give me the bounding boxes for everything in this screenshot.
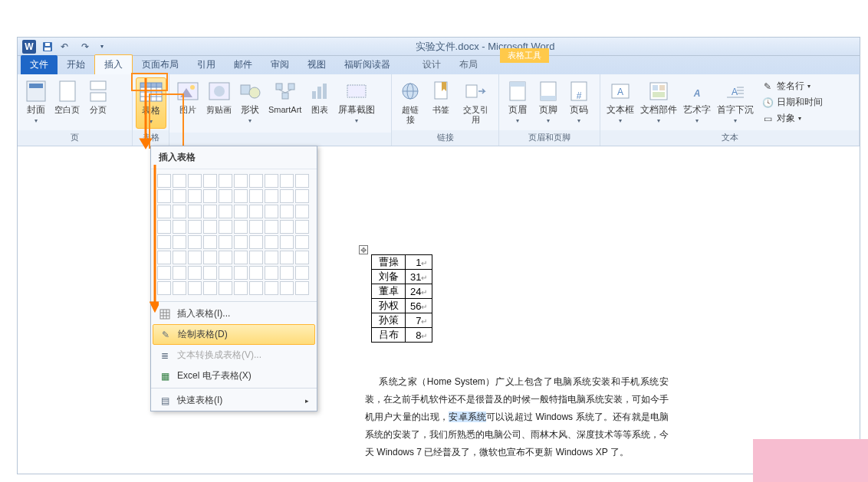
grid-cell[interactable]	[265, 235, 278, 249]
grid-cell[interactable]	[173, 174, 186, 188]
bookmark-button[interactable]: 书签	[426, 77, 455, 116]
grid-cell[interactable]	[234, 205, 248, 218]
shapes-button[interactable]: 形状▾	[235, 77, 265, 127]
tab-home[interactable]: 开始	[58, 55, 94, 74]
object-button[interactable]: ▭对象 ▾	[760, 111, 824, 126]
menu-quick-tables[interactable]: ▤快速表格(I)▸	[151, 390, 317, 411]
grid-cell[interactable]	[234, 220, 248, 234]
grid-cell[interactable]	[249, 235, 263, 249]
pagenum-button[interactable]: #页码▾	[564, 77, 594, 127]
grid-cell[interactable]	[234, 189, 248, 203]
grid-cell[interactable]	[249, 281, 263, 295]
grid-cell[interactable]	[234, 174, 248, 188]
grid-cell[interactable]	[280, 281, 294, 295]
textbox-button[interactable]: A文本框▾	[603, 77, 637, 127]
qat-customize-icon[interactable]: ▾	[95, 40, 109, 54]
table-cell-name[interactable]: 董卓	[372, 284, 406, 299]
grid-cell[interactable]	[295, 189, 309, 203]
tab-references[interactable]: 引用	[188, 55, 225, 74]
document-table[interactable]: 曹操1↵刘备31↵董卓24↵孙权56↵孙策7↵吕布8↵	[371, 254, 432, 343]
header-button[interactable]: 页眉▾	[502, 77, 533, 127]
grid-cell[interactable]	[173, 251, 186, 264]
tab-foxit[interactable]: 福昕阅读器	[335, 55, 399, 74]
grid-cell[interactable]	[219, 189, 232, 203]
quickparts-button[interactable]: 文档部件▾	[637, 77, 680, 127]
hyperlink-button[interactable]: 超链接	[395, 77, 426, 126]
grid-cell[interactable]	[188, 235, 202, 249]
grid-cell[interactable]	[219, 281, 232, 295]
grid-cell[interactable]	[188, 220, 202, 234]
grid-cell[interactable]	[203, 251, 217, 264]
table-cell-name[interactable]: 曹操	[372, 255, 406, 270]
chart-button[interactable]: 图表	[304, 77, 335, 116]
grid-cell[interactable]	[157, 220, 171, 234]
menu-insert-table[interactable]: 插入表格(I)...	[151, 303, 317, 324]
grid-cell[interactable]	[203, 189, 217, 203]
grid-cell[interactable]	[265, 251, 278, 264]
dropcap-button[interactable]: A首字下沉▾	[714, 77, 757, 127]
grid-cell[interactable]	[280, 251, 294, 264]
grid-cell[interactable]	[173, 281, 186, 295]
grid-cell[interactable]	[219, 266, 232, 280]
grid-cell[interactable]	[188, 189, 202, 203]
smartart-button[interactable]: SmartArt	[265, 77, 304, 116]
tab-insert[interactable]: 插入	[94, 54, 133, 74]
blank-page-button[interactable]: 空白页	[51, 77, 83, 116]
grid-cell[interactable]	[234, 266, 248, 280]
table-cell-name[interactable]: 吕布	[372, 328, 406, 343]
grid-cell[interactable]	[173, 220, 186, 234]
grid-cell[interactable]	[295, 251, 309, 264]
table-size-grid[interactable]	[151, 169, 317, 300]
page-break-button[interactable]: 分页	[83, 77, 113, 116]
grid-cell[interactable]	[219, 220, 232, 234]
wordart-button[interactable]: A艺术字▾	[680, 77, 714, 127]
grid-cell[interactable]	[265, 220, 278, 234]
grid-cell[interactable]	[203, 220, 217, 234]
grid-cell[interactable]	[157, 174, 171, 188]
table-cell-value[interactable]: 1↵	[406, 255, 432, 270]
grid-cell[interactable]	[280, 205, 294, 218]
grid-cell[interactable]	[188, 205, 202, 218]
grid-cell[interactable]	[157, 235, 171, 249]
table-cell-value[interactable]: 31↵	[406, 270, 432, 284]
signature-line-button[interactable]: ✎签名行 ▾	[760, 79, 824, 93]
grid-cell[interactable]	[280, 189, 294, 203]
menu-draw-table[interactable]: ✎绘制表格(D)	[153, 324, 315, 345]
grid-cell[interactable]	[219, 205, 232, 218]
grid-cell[interactable]	[265, 189, 278, 203]
grid-cell[interactable]	[173, 235, 186, 249]
tab-mailings[interactable]: 邮件	[225, 55, 261, 74]
grid-cell[interactable]	[203, 174, 217, 188]
grid-cell[interactable]	[219, 174, 232, 188]
grid-cell[interactable]	[280, 174, 294, 188]
grid-cell[interactable]	[295, 235, 309, 249]
picture-button[interactable]: 图片	[173, 77, 203, 116]
grid-cell[interactable]	[203, 235, 217, 249]
grid-cell[interactable]	[188, 266, 202, 280]
tab-design[interactable]: 设计	[413, 55, 450, 74]
datetime-button[interactable]: 🕓日期和时间	[760, 95, 824, 110]
grid-cell[interactable]	[280, 220, 294, 234]
tab-review[interactable]: 审阅	[261, 55, 298, 74]
table-move-handle[interactable]: ✥	[359, 245, 368, 254]
grid-cell[interactable]	[234, 281, 248, 295]
grid-cell[interactable]	[265, 281, 278, 295]
grid-cell[interactable]	[173, 266, 186, 280]
table-cell-name[interactable]: 孙权	[372, 299, 406, 313]
cover-page-button[interactable]: 封面▾	[21, 77, 51, 127]
qat-redo-icon[interactable]: ↷	[78, 40, 92, 54]
grid-cell[interactable]	[219, 235, 232, 249]
grid-cell[interactable]	[295, 205, 309, 218]
grid-cell[interactable]	[295, 266, 309, 280]
clipart-button[interactable]: 剪贴画	[203, 77, 235, 116]
footer-button[interactable]: 页脚▾	[533, 77, 564, 127]
grid-cell[interactable]	[234, 251, 248, 264]
table-cell-value[interactable]: 24↵	[406, 284, 432, 299]
grid-cell[interactable]	[219, 251, 232, 264]
table-cell-name[interactable]: 刘备	[372, 270, 406, 284]
table-cell-value[interactable]: 56↵	[406, 299, 432, 313]
grid-cell[interactable]	[203, 281, 217, 295]
qat-save-icon[interactable]	[41, 40, 54, 54]
grid-cell[interactable]	[173, 205, 186, 218]
qat-undo-icon[interactable]: ↶	[58, 40, 71, 54]
